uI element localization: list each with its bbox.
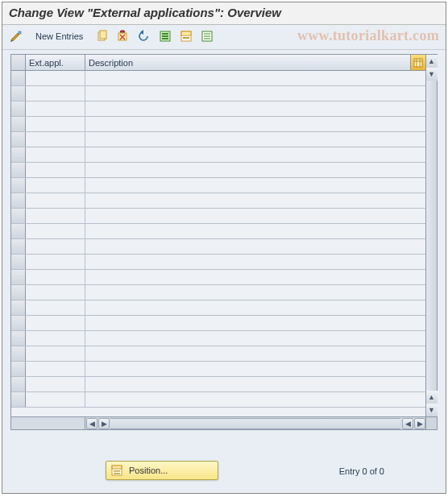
horizontal-scrollbar[interactable]: ◀ ▶ ◀ ▶ bbox=[11, 416, 425, 429]
row-selector[interactable] bbox=[11, 285, 26, 300]
cell-ext[interactable] bbox=[26, 71, 85, 85]
cell-ext[interactable] bbox=[26, 163, 85, 177]
row-selector[interactable] bbox=[11, 147, 26, 162]
position-button[interactable]: Position... bbox=[106, 461, 218, 480]
cell-description[interactable] bbox=[85, 117, 425, 131]
table-row[interactable] bbox=[11, 255, 425, 270]
row-selector[interactable] bbox=[11, 86, 26, 101]
cell-description[interactable] bbox=[85, 239, 425, 254]
table-row[interactable] bbox=[11, 300, 425, 316]
cell-ext[interactable] bbox=[26, 209, 85, 223]
row-selector[interactable] bbox=[11, 193, 26, 208]
cell-description[interactable] bbox=[85, 316, 425, 330]
table-row[interactable] bbox=[11, 316, 425, 331]
copy-button[interactable] bbox=[93, 27, 111, 45]
cell-description[interactable] bbox=[85, 346, 425, 361]
select-all-header[interactable] bbox=[11, 55, 26, 70]
cell-ext[interactable] bbox=[26, 132, 85, 147]
scroll-down-bottom-button[interactable]: ▼ bbox=[426, 404, 438, 416]
row-selector[interactable] bbox=[11, 117, 26, 131]
row-selector[interactable] bbox=[11, 239, 26, 254]
cell-ext[interactable] bbox=[26, 362, 85, 376]
table-row[interactable] bbox=[11, 270, 425, 285]
row-selector[interactable] bbox=[11, 377, 26, 391]
row-selector[interactable] bbox=[11, 209, 26, 223]
vertical-scrollbar[interactable]: ▲ ▼ ▲ ▼ bbox=[425, 55, 437, 416]
cell-description[interactable] bbox=[85, 178, 425, 193]
cell-description[interactable] bbox=[85, 300, 425, 315]
table-row[interactable] bbox=[11, 86, 425, 101]
cell-description[interactable] bbox=[85, 255, 425, 269]
scroll-up-button[interactable]: ▲ bbox=[426, 55, 438, 68]
scroll-up-bottom-button[interactable]: ▲ bbox=[426, 391, 438, 404]
table-row[interactable] bbox=[11, 346, 425, 362]
cell-ext[interactable] bbox=[26, 178, 85, 193]
table-row[interactable] bbox=[11, 178, 425, 193]
cell-ext[interactable] bbox=[26, 285, 85, 300]
row-selector[interactable] bbox=[11, 132, 26, 147]
table-row[interactable] bbox=[11, 362, 425, 377]
configure-columns-button[interactable] bbox=[411, 55, 425, 70]
cell-ext[interactable] bbox=[26, 392, 85, 407]
row-selector[interactable] bbox=[11, 101, 26, 116]
cell-description[interactable] bbox=[85, 270, 425, 284]
column-header-description[interactable]: Description bbox=[85, 55, 411, 70]
select-block-button[interactable] bbox=[177, 27, 195, 45]
cell-ext[interactable] bbox=[26, 239, 85, 254]
row-selector[interactable] bbox=[11, 270, 26, 284]
cell-description[interactable] bbox=[85, 163, 425, 177]
cell-description[interactable] bbox=[85, 193, 425, 208]
row-selector[interactable] bbox=[11, 362, 26, 376]
hscroll-right2-button[interactable]: ▶ bbox=[414, 418, 425, 429]
hscroll-track[interactable] bbox=[110, 418, 400, 429]
row-selector[interactable] bbox=[11, 331, 26, 346]
cell-description[interactable] bbox=[85, 71, 425, 85]
cell-description[interactable] bbox=[85, 132, 425, 147]
delete-button[interactable] bbox=[114, 27, 132, 45]
table-row[interactable] bbox=[11, 285, 425, 300]
undo-button[interactable] bbox=[135, 27, 153, 45]
table-row[interactable] bbox=[11, 101, 425, 117]
row-selector[interactable] bbox=[11, 316, 26, 330]
cell-description[interactable] bbox=[85, 362, 425, 376]
cell-description[interactable] bbox=[85, 392, 425, 407]
table-row[interactable] bbox=[11, 117, 425, 132]
cell-ext[interactable] bbox=[26, 300, 85, 315]
row-selector[interactable] bbox=[11, 346, 26, 361]
row-selector[interactable] bbox=[11, 300, 26, 315]
cell-ext[interactable] bbox=[26, 224, 85, 238]
cell-description[interactable] bbox=[85, 209, 425, 223]
column-header-ext[interactable]: Ext.appl. bbox=[26, 55, 85, 70]
table-row[interactable] bbox=[11, 132, 425, 147]
cell-ext[interactable] bbox=[26, 117, 85, 131]
row-selector[interactable] bbox=[11, 224, 26, 238]
cell-description[interactable] bbox=[85, 224, 425, 238]
new-entries-button[interactable]: New Entries bbox=[28, 27, 90, 45]
row-selector[interactable] bbox=[11, 163, 26, 177]
table-row[interactable] bbox=[11, 163, 425, 178]
cell-description[interactable] bbox=[85, 285, 425, 300]
table-row[interactable] bbox=[11, 239, 425, 255]
cell-description[interactable] bbox=[85, 86, 425, 101]
cell-ext[interactable] bbox=[26, 101, 85, 116]
cell-description[interactable] bbox=[85, 147, 425, 162]
cell-ext[interactable] bbox=[26, 377, 85, 391]
cell-ext[interactable] bbox=[26, 193, 85, 208]
cell-ext[interactable] bbox=[26, 255, 85, 269]
cell-ext[interactable] bbox=[26, 86, 85, 101]
scroll-down-button[interactable]: ▼ bbox=[426, 68, 438, 81]
row-selector[interactable] bbox=[11, 71, 26, 85]
table-row[interactable] bbox=[11, 147, 425, 163]
row-selector[interactable] bbox=[11, 392, 26, 407]
cell-ext[interactable] bbox=[26, 270, 85, 284]
table-row[interactable] bbox=[11, 377, 425, 392]
toggle-edit-button[interactable] bbox=[7, 27, 25, 45]
row-selector[interactable] bbox=[11, 255, 26, 269]
table-row[interactable] bbox=[11, 224, 425, 239]
row-selector[interactable] bbox=[11, 178, 26, 193]
hscroll-left-button[interactable]: ◀ bbox=[86, 418, 97, 429]
deselect-all-button[interactable] bbox=[198, 27, 216, 45]
cell-ext[interactable] bbox=[26, 316, 85, 330]
table-row[interactable] bbox=[11, 193, 425, 209]
hscroll-right-button[interactable]: ▶ bbox=[98, 418, 110, 429]
